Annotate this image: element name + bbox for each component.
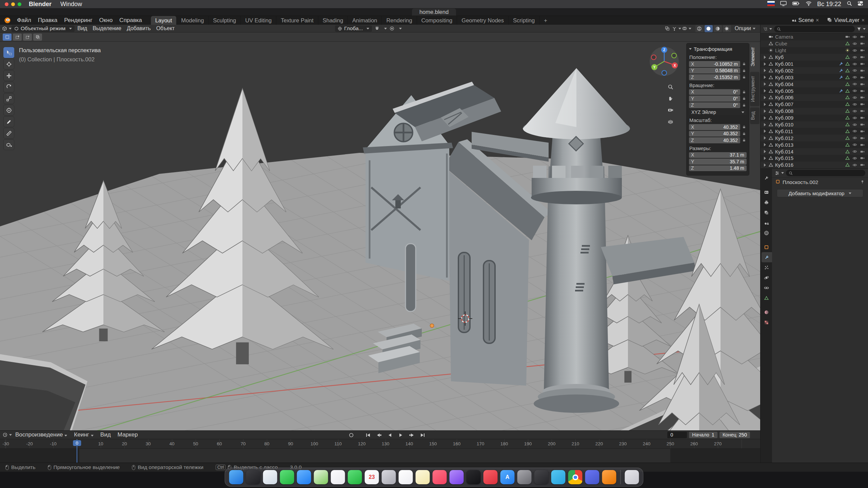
outliner-item[interactable]: Куб.009	[761, 115, 868, 121]
render-visibility-icon[interactable]	[859, 122, 866, 127]
transform-rotation-x-field[interactable]: X0°	[689, 89, 740, 95]
window-titlebar[interactable]: home.blend	[0, 8, 868, 16]
sidebar-tab-Вид[interactable]: Вид	[750, 107, 760, 124]
perspective-toggle-icon[interactable]	[665, 116, 675, 126]
xray-toggle-icon[interactable]	[664, 25, 671, 32]
render-visibility-icon[interactable]	[859, 35, 866, 39]
properties-tab-object[interactable]	[761, 242, 772, 252]
properties-tab-particles[interactable]	[761, 262, 772, 272]
proportional-editing-icon[interactable]	[388, 25, 396, 32]
workspace-tab-compositing[interactable]: Compositing	[417, 16, 457, 25]
render-visibility-icon[interactable]	[859, 163, 866, 167]
properties-tab-view-layer[interactable]	[761, 207, 772, 218]
outliner-item[interactable]: Cube	[761, 40, 868, 47]
render-visibility-icon[interactable]	[859, 89, 866, 93]
lock-icon[interactable]	[742, 132, 747, 136]
outliner-item[interactable]: Куб.014	[761, 148, 868, 155]
viewport-menu[interactable]: Добавить	[124, 25, 154, 32]
overlays-dropdown-icon[interactable]	[682, 25, 691, 32]
dock-podcasts[interactable]	[450, 470, 464, 484]
visibility-eye-icon[interactable]	[851, 82, 859, 86]
visibility-eye-icon[interactable]	[851, 142, 859, 147]
dock-system-preferences[interactable]	[517, 470, 532, 484]
blender-logo-icon[interactable]	[4, 17, 11, 24]
workspace-tab-modeling[interactable]: Modeling	[177, 16, 209, 25]
pan-hand-icon[interactable]	[665, 93, 675, 103]
transform-scale-x-field[interactable]: X40.352	[689, 124, 740, 130]
dock-safari[interactable]	[263, 470, 277, 484]
select-mode-intersect-icon[interactable]	[33, 34, 42, 41]
render-visibility-icon[interactable]	[859, 62, 866, 66]
tool-select-box[interactable]	[3, 47, 14, 58]
zoom-tool-icon[interactable]	[665, 82, 675, 92]
jump-to-end-button[interactable]	[418, 432, 427, 439]
dock-photo-booth[interactable]	[534, 470, 549, 484]
3d-viewport[interactable]: Пользовательская перспектива (0) Collect…	[0, 42, 760, 430]
visibility-eye-icon[interactable]	[851, 48, 859, 53]
sidebar-tab-Инструмент[interactable]: Инструмент	[750, 72, 760, 106]
lock-icon[interactable]	[742, 90, 747, 94]
topbar-menu[interactable]: Справка	[116, 17, 145, 24]
workspace-tab-layout[interactable]: Layout	[151, 16, 177, 25]
properties-tab-modifiers[interactable]	[762, 252, 772, 262]
start-frame-field[interactable]: Начало1	[689, 432, 717, 438]
render-visibility-icon[interactable]	[859, 95, 866, 100]
outliner-item[interactable]: Куб.016	[761, 162, 868, 168]
visibility-eye-icon[interactable]	[851, 136, 859, 140]
visibility-eye-icon[interactable]	[851, 55, 859, 60]
transform-scale-y-field[interactable]: Y40.352	[689, 131, 740, 137]
snap-dropdown-icon[interactable]	[382, 25, 387, 32]
add-workspace-button[interactable]: +	[539, 16, 552, 25]
orientation-dropdown[interactable]: Глоба...	[335, 25, 372, 32]
dock-contacts[interactable]	[382, 470, 396, 484]
tool-measure[interactable]	[3, 128, 14, 139]
lock-icon[interactable]	[742, 103, 747, 107]
visibility-eye-icon[interactable]	[851, 163, 859, 167]
rotation-order-dropdown[interactable]: XYZ Эйлер	[689, 109, 747, 115]
render-visibility-icon[interactable]	[859, 156, 866, 160]
tool-move[interactable]	[3, 70, 14, 81]
dock-tv[interactable]	[467, 470, 481, 484]
render-visibility-icon[interactable]	[859, 68, 866, 73]
lock-icon[interactable]	[742, 125, 747, 129]
timeline-menu[interactable]: Воспроизведение	[12, 431, 71, 438]
dock-notes[interactable]	[416, 470, 430, 484]
editor-type-icon[interactable]	[2, 25, 12, 32]
outliner-item[interactable]: Куб.013	[761, 141, 868, 148]
outliner-item[interactable]: Куб.008	[761, 108, 868, 115]
previous-keyframe-button[interactable]	[375, 432, 383, 439]
dock-discord[interactable]	[585, 470, 599, 484]
outliner-item[interactable]: Куб.002	[761, 67, 868, 74]
tool-rotate[interactable]	[3, 82, 14, 93]
properties-tab-scene[interactable]	[761, 218, 772, 228]
viewport-menu[interactable]: Объект	[154, 25, 177, 32]
select-mode-subtract-icon[interactable]	[23, 34, 32, 41]
properties-editor-icon[interactable]	[775, 169, 784, 177]
render-visibility-icon[interactable]	[859, 102, 866, 106]
add-modifier-button[interactable]: Добавить модификатор	[777, 189, 863, 197]
tool-annotate[interactable]	[3, 116, 14, 127]
dock-calendar[interactable]: 23	[365, 470, 379, 484]
workspace-tab-texture-paint[interactable]: Texture Paint	[276, 16, 318, 25]
play-reverse-button[interactable]	[386, 432, 394, 439]
timeline-menu[interactable]: Маркер	[114, 431, 141, 438]
outliner-search-input[interactable]	[774, 26, 855, 32]
transform-rotation-z-field[interactable]: Z0°	[689, 102, 740, 108]
next-keyframe-button[interactable]	[408, 432, 416, 439]
lock-icon[interactable]	[742, 62, 747, 66]
outliner-item[interactable]: Light	[761, 47, 868, 54]
scene-name[interactable]: Scene	[798, 17, 814, 23]
render-visibility-icon[interactable]	[859, 129, 866, 134]
pin-icon[interactable]	[860, 179, 865, 185]
dock-messages[interactable]	[280, 470, 294, 484]
timeline-menu[interactable]: Вид	[97, 431, 114, 438]
visibility-eye-icon[interactable]	[851, 109, 859, 114]
outliner-editor-icon[interactable]	[763, 25, 772, 33]
current-frame-field[interactable]: 0	[667, 432, 687, 438]
end-frame-field[interactable]: Конец250	[719, 432, 750, 438]
outliner-item[interactable]: Куб	[761, 54, 868, 61]
breadcrumb-object-name[interactable]: Плоскость.002	[783, 179, 818, 185]
transform-dimensions-x-field[interactable]: X37.1 m	[689, 152, 747, 158]
display-icon[interactable]	[780, 1, 787, 7]
auto-key-toggle-icon[interactable]	[347, 432, 355, 439]
